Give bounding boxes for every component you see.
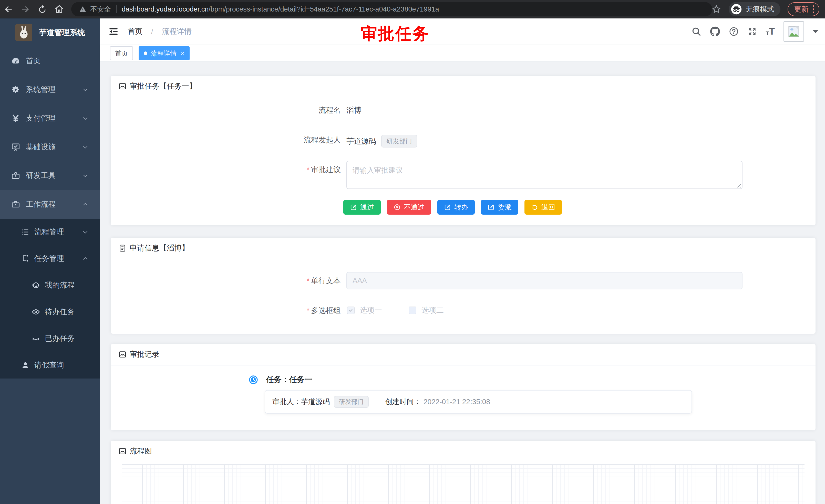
picture-icon (119, 82, 127, 90)
card-title: 流程图 (130, 446, 152, 456)
sidebar-item-leave-query[interactable]: 请假查询 (0, 352, 100, 379)
starter-value: 芋道源码 (347, 136, 376, 146)
checkbox-group-label: *多选框组 (111, 305, 341, 316)
logo-image (15, 24, 32, 41)
sidebar-fold-icon[interactable] (108, 26, 119, 37)
sidebar-item-todo-tasks[interactable]: 待办任务 (0, 299, 100, 325)
sidebar-item-task-mgmt[interactable]: 任务管理 (0, 245, 100, 272)
dashboard-icon (11, 56, 20, 66)
breadcrumb-current: 流程详情 (162, 26, 192, 36)
chevron-down-icon (82, 144, 89, 150)
dept-tag: 研发部门 (334, 396, 369, 408)
app-title: 芋道管理系统 (39, 27, 85, 38)
approval-task-card: 审批任务【任务一】 流程名 滔博 流程发起人 芋道源码 研发部门 *审批建议 (111, 76, 816, 225)
help-icon[interactable] (729, 27, 739, 36)
bpmn-canvas-grid (122, 464, 805, 504)
card-title: 审批任务【任务一】 (130, 81, 197, 91)
task-line: 任务：任务一 (266, 374, 312, 385)
transfer-button[interactable]: 转办 (437, 200, 475, 215)
advice-textarea-wrap (347, 161, 743, 189)
starter-label: 流程发起人 (111, 135, 341, 145)
browser-menu-update-button[interactable]: 更新 (788, 2, 819, 16)
fullscreen-icon[interactable] (747, 27, 757, 36)
sidebar-item-infra[interactable]: 基础设施 (0, 133, 100, 161)
chevron-down-icon (82, 115, 89, 121)
active-dot (144, 52, 147, 55)
font-size-icon[interactable]: TT (766, 26, 775, 37)
avatar[interactable] (783, 21, 804, 42)
browser-toolbar: 不安全 dashboard.yudao.iocoder.cn/bpm/proce… (0, 0, 825, 18)
gear-icon (11, 85, 20, 94)
card-title: 审批记录 (130, 349, 159, 359)
monitor-check-icon (11, 142, 20, 152)
back-icon[interactable] (4, 4, 13, 14)
checkbox-unchecked-icon (409, 307, 416, 314)
document-icon (119, 244, 127, 252)
single-text-input (347, 272, 743, 289)
sidebar-item-label: 已办任务 (45, 333, 75, 344)
sidebar-item-payment[interactable]: 支付管理 (0, 104, 100, 133)
chevron-down-icon (82, 229, 89, 235)
chevron-up-icon (82, 201, 89, 208)
security-label: 不安全 (90, 5, 111, 14)
home-icon[interactable] (54, 4, 64, 14)
sidebar-item-home[interactable]: 首页 (0, 47, 100, 75)
assignee-label: 审批人： (272, 397, 301, 407)
tree-table-icon (21, 228, 30, 236)
checkbox-option-1: 选项一 (347, 305, 382, 316)
github-icon[interactable] (710, 26, 720, 36)
search-icon[interactable] (691, 27, 701, 36)
content-pane: 首页 / 流程详情 审批任务 TT (100, 18, 825, 504)
user-icon (21, 361, 30, 369)
assignee-value: 芋道源码 (301, 397, 330, 407)
tags-view-bar: 首页 流程详情 × (100, 45, 825, 62)
advice-label: *审批建议 (111, 164, 341, 175)
sidebar-item-done-tasks[interactable]: 已办任务 (0, 325, 100, 352)
sidebar-item-workflow[interactable]: 工作流程 (0, 190, 100, 219)
approval-record-card: 审批记录 任务：任务一 审批人： 芋道源码 研发部门 创建时间： 202 (111, 344, 816, 430)
bookmark-star-icon[interactable] (711, 4, 722, 14)
dept-tag: 研发部门 (381, 135, 417, 148)
browser-menu-icon[interactable] (813, 5, 814, 13)
sidebar-item-label: 流程管理 (34, 227, 64, 237)
forward-icon[interactable] (20, 4, 30, 14)
security-warning-icon (79, 5, 87, 13)
incognito-badge: 无痕模式 (729, 2, 780, 16)
toolbox-icon (11, 171, 20, 180)
checkbox-checked-icon (347, 307, 355, 314)
toolbox-icon (11, 200, 20, 209)
return-button[interactable]: 退回 (524, 200, 562, 215)
process-name-label: 流程名 (111, 105, 341, 115)
eye-open-icon (31, 308, 40, 316)
sidebar-item-label: 待办任务 (45, 307, 75, 317)
sidebar-logo[interactable]: 芋道管理系统 (0, 18, 100, 47)
sidebar-item-label: 首页 (26, 56, 41, 66)
sidebar-item-system[interactable]: 系统管理 (0, 75, 100, 104)
avatar-caret-icon[interactable] (813, 30, 818, 33)
breadcrumb-separator: / (151, 27, 153, 35)
single-text-label: *单行文本 (111, 275, 341, 286)
sidebar-item-devtools[interactable]: 研发工具 (0, 161, 100, 190)
sidebar-item-my-process[interactable]: 我的流程 (0, 272, 100, 299)
advice-textarea[interactable] (347, 161, 743, 189)
sidebar-item-label: 支付管理 (26, 113, 56, 123)
update-label: 更新 (794, 4, 809, 14)
reject-button[interactable]: 不通过 (387, 200, 431, 215)
url-bar[interactable]: 不安全 dashboard.yudao.iocoder.cn/bpm/proce… (71, 2, 712, 16)
app-header: 首页 / 流程详情 审批任务 TT (100, 18, 825, 45)
starter-value-row: 芋道源码 研发部门 (347, 135, 417, 148)
tag-home[interactable]: 首页 (110, 47, 133, 60)
sidebar-item-label: 研发工具 (26, 171, 56, 181)
tag-close-icon[interactable]: × (180, 50, 184, 57)
chevron-down-icon (82, 172, 89, 179)
approve-button[interactable]: 通过 (343, 200, 381, 215)
delegate-button[interactable]: 委派 (481, 200, 518, 215)
sidebar-item-process-mgmt[interactable]: 流程管理 (0, 219, 100, 245)
card-header: 申请信息【滔博】 (111, 238, 816, 259)
eye-closed-icon (31, 334, 40, 343)
picture-icon (119, 350, 127, 358)
breadcrumb-home[interactable]: 首页 (128, 26, 142, 36)
url-path: /bpm/process-instance/detail?id=54aa251f… (209, 5, 439, 13)
tag-process-detail[interactable]: 流程详情 × (139, 47, 190, 60)
reload-icon[interactable] (38, 4, 47, 14)
